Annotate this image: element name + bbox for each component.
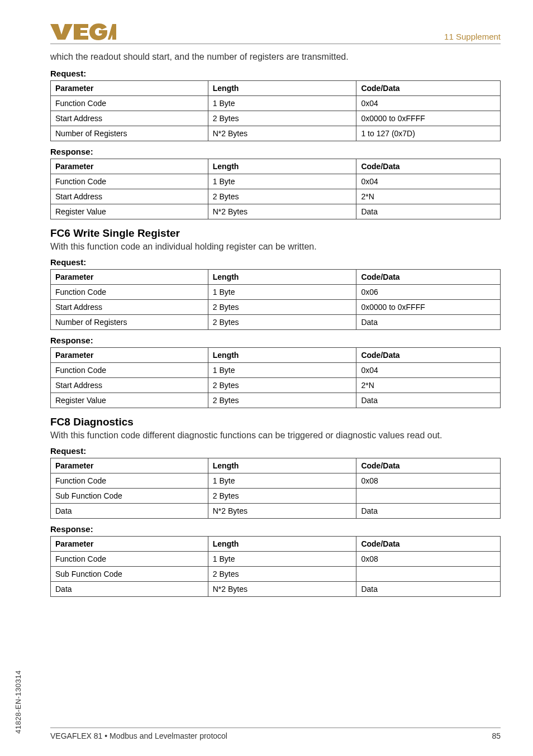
table-cell-param: Register Value xyxy=(51,393,208,408)
table-cell-length: 2 Bytes xyxy=(208,315,356,330)
table-row: Register Value2 BytesData xyxy=(51,393,501,408)
table-header-code: Code/Data xyxy=(356,270,501,285)
table-cell-code: 0x04 xyxy=(356,96,501,111)
table-header-code: Code/Data xyxy=(356,81,501,96)
table-row: Function Code1 Byte0x08 xyxy=(51,473,501,489)
table-cell-length: 2 Bytes xyxy=(208,189,356,204)
svg-marker-1 xyxy=(74,24,88,40)
table-row: Sub Function Code2 Bytes xyxy=(51,489,501,504)
table-cell-code: 0x08 xyxy=(356,473,501,489)
table-cell-length: N*2 Bytes xyxy=(208,582,356,597)
table-cell-param: Start Address xyxy=(51,300,208,315)
table-cell-code: 0x0000 to 0xFFFF xyxy=(356,111,501,126)
table-header-length: Length xyxy=(208,270,356,285)
table-cell-param: Sub Function Code xyxy=(51,567,208,582)
table-cell-length: N*2 Bytes xyxy=(208,126,356,141)
table-cell-code xyxy=(356,567,501,582)
table-cell-length: 2 Bytes xyxy=(208,393,356,408)
table-header-parameter: Parameter xyxy=(51,537,208,552)
table-header-code: Code/Data xyxy=(356,537,501,552)
table-row: Sub Function Code2 Bytes xyxy=(51,567,501,582)
table-cell-param: Number of Registers xyxy=(51,126,208,141)
request-label: Request: xyxy=(50,257,501,267)
table-cell-param: Function Code xyxy=(51,363,208,378)
table-cell-length: 1 Byte xyxy=(208,473,356,489)
page-header: 11 Supplement xyxy=(50,22,501,44)
doc-id-vertical: 41828-EN-130314 xyxy=(14,670,22,734)
table-row: Register ValueN*2 BytesData xyxy=(51,204,501,219)
table-header-parameter: Parameter xyxy=(51,159,208,174)
table-header-length: Length xyxy=(208,159,356,174)
table-cell-param: Function Code xyxy=(51,473,208,489)
table-header-code: Code/Data xyxy=(356,348,501,363)
table-header-length: Length xyxy=(208,458,356,473)
table-row: DataN*2 BytesData xyxy=(51,504,501,519)
table-cell-length: 1 Byte xyxy=(208,552,356,567)
intro-text: which the readout should start, and the … xyxy=(50,52,501,62)
table-header-length: Length xyxy=(208,81,356,96)
table-cell-code: 0x0000 to 0xFFFF xyxy=(356,300,501,315)
table-header-parameter: Parameter xyxy=(51,81,208,96)
table-cell-code: 0x08 xyxy=(356,552,501,567)
table-cell-code: Data xyxy=(356,582,501,597)
table-cell-length: N*2 Bytes xyxy=(208,504,356,519)
table-header-length: Length xyxy=(208,348,356,363)
request-label: Request: xyxy=(50,446,501,456)
table-cell-code: Data xyxy=(356,393,501,408)
params-table-response-0: ParameterLengthCode/DataFunction Code1 B… xyxy=(50,159,501,219)
response-label: Response: xyxy=(50,524,501,534)
table-cell-code: 0x04 xyxy=(356,363,501,378)
table-row: Start Address2 Bytes0x0000 to 0xFFFF xyxy=(51,111,501,126)
table-header-code: Code/Data xyxy=(356,159,501,174)
table-cell-param: Function Code xyxy=(51,285,208,300)
table-cell-param: Function Code xyxy=(51,96,208,111)
table-cell-param: Sub Function Code xyxy=(51,489,208,504)
table-cell-code: Data xyxy=(356,504,501,519)
table-row: Function Code1 Byte0x04 xyxy=(51,96,501,111)
table-cell-param: Data xyxy=(51,582,208,597)
table-row: Number of RegistersN*2 Bytes1 to 127 (0x… xyxy=(51,126,501,141)
footer-left: VEGAFLEX 81 • Modbus and Levelmaster pro… xyxy=(50,731,227,740)
svg-marker-0 xyxy=(50,24,73,40)
table-cell-param: Number of Registers xyxy=(51,315,208,330)
params-table-request-2: ParameterLengthCode/DataFunction Code1 B… xyxy=(50,458,501,519)
table-cell-code: 0x06 xyxy=(356,285,501,300)
table-row: Function Code1 Byte0x04 xyxy=(51,174,501,189)
section-desc: With this function code an individual ho… xyxy=(50,242,501,252)
table-cell-param: Function Code xyxy=(51,174,208,189)
table-cell-code xyxy=(356,489,501,504)
table-row: Start Address2 Bytes0x0000 to 0xFFFF xyxy=(51,300,501,315)
table-cell-param: Start Address xyxy=(51,378,208,393)
table-cell-code: 0x04 xyxy=(356,174,501,189)
table-cell-param: Start Address xyxy=(51,189,208,204)
table-cell-length: 2 Bytes xyxy=(208,567,356,582)
table-cell-param: Data xyxy=(51,504,208,519)
section-title: FC8 Diagnostics xyxy=(50,416,501,428)
table-row: Function Code1 Byte0x06 xyxy=(51,285,501,300)
table-cell-length: 1 Byte xyxy=(208,285,356,300)
table-cell-length: 2 Bytes xyxy=(208,111,356,126)
table-header-code: Code/Data xyxy=(356,458,501,473)
table-row: Start Address2 Bytes2*N xyxy=(51,378,501,393)
params-table-request-1: ParameterLengthCode/DataFunction Code1 B… xyxy=(50,269,501,330)
table-row: Start Address2 Bytes2*N xyxy=(51,189,501,204)
params-table-response-2: ParameterLengthCode/DataFunction Code1 B… xyxy=(50,536,501,597)
response-label: Response: xyxy=(50,336,501,345)
table-cell-length: 2 Bytes xyxy=(208,300,356,315)
table-row: Number of Registers2 BytesData xyxy=(51,315,501,330)
table-row: DataN*2 BytesData xyxy=(51,582,501,597)
table-cell-length: 1 Byte xyxy=(208,96,356,111)
table-cell-length: 1 Byte xyxy=(208,174,356,189)
table-cell-code: 1 to 127 (0x7D) xyxy=(356,126,501,141)
table-row: Function Code1 Byte0x08 xyxy=(51,552,501,567)
page-footer: VEGAFLEX 81 • Modbus and Levelmaster pro… xyxy=(50,728,501,740)
table-cell-length: 1 Byte xyxy=(208,363,356,378)
table-header-parameter: Parameter xyxy=(51,270,208,285)
params-table-request-0: ParameterLengthCode/DataFunction Code1 B… xyxy=(50,80,501,141)
table-header-length: Length xyxy=(208,537,356,552)
table-cell-param: Function Code xyxy=(51,552,208,567)
table-cell-code: Data xyxy=(356,315,501,330)
table-cell-param: Register Value xyxy=(51,204,208,219)
table-row: Function Code1 Byte0x04 xyxy=(51,363,501,378)
table-header-parameter: Parameter xyxy=(51,348,208,363)
